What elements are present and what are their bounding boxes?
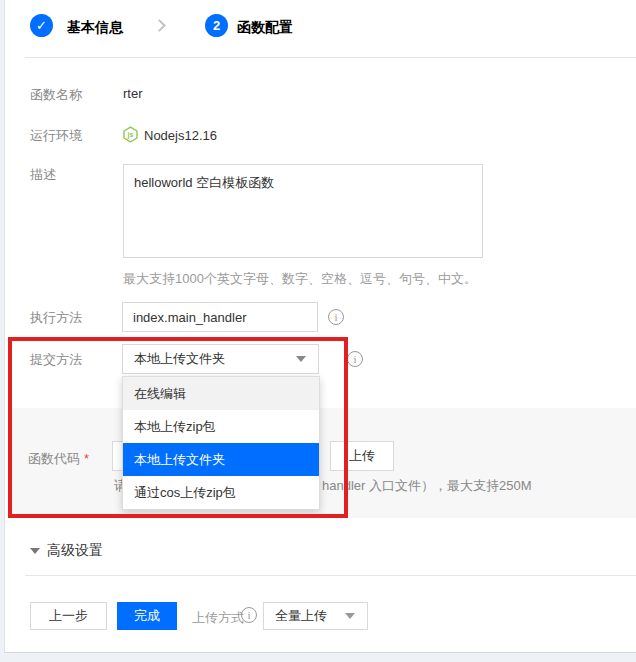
finish-button[interactable]: 完成 [117, 602, 177, 630]
dropdown-option-online-edit[interactable]: 在线编辑 [123, 377, 319, 410]
dropdown-option-local-folder[interactable]: 本地上传文件夹 [123, 443, 319, 476]
dropdown-option-local-zip[interactable]: 本地上传zip包 [123, 410, 319, 443]
page: ✓ 基本信息 2 函数配置 函数名称 rter 运行环境 js Nodejs12… [0, 0, 636, 662]
upload-mode-select[interactable]: 全量上传 [263, 602, 368, 630]
function-code-label: 函数代码* [28, 450, 89, 468]
handler-info-icon[interactable]: i [328, 309, 344, 325]
upload-button[interactable]: 上传 [330, 441, 394, 471]
handler-label: 执行方法 [30, 309, 82, 327]
step1-label[interactable]: 基本信息 [67, 19, 123, 37]
check-icon: ✓ [36, 18, 47, 33]
description-textarea[interactable]: helloworld 空白模板函数 [123, 164, 483, 258]
step1-indicator[interactable]: ✓ [30, 14, 53, 37]
submit-method-dropdown: 在线编辑 本地上传zip包 本地上传文件夹 通过cos上传zip包 [122, 376, 320, 510]
submit-method-info-icon[interactable]: i [347, 351, 363, 367]
function-name-label: 函数名称 [30, 86, 82, 104]
submit-method-value: 本地上传文件夹 [134, 350, 225, 368]
submit-method-label: 提交方法 [30, 351, 82, 369]
nodejs-icon: js [122, 126, 139, 143]
upload-mode-info-icon[interactable]: i [241, 607, 257, 623]
upload-mode-label: 上传方式 [192, 609, 244, 627]
caret-down-icon [296, 356, 306, 362]
step2-label[interactable]: 函数配置 [237, 19, 293, 37]
description-help: 最大支持1000个英文字母、数字、空格、逗号、句号、中文。 [123, 270, 477, 288]
footer-divider [25, 575, 636, 576]
function-name-value: rter [123, 86, 143, 101]
code-help-right: handler 入口文件），最大支持250M [322, 477, 532, 495]
previous-step-button[interactable]: 上一步 [30, 602, 107, 630]
description-label: 描述 [30, 166, 56, 184]
triangle-down-icon [30, 548, 40, 554]
handler-input[interactable] [122, 302, 318, 332]
step2-indicator[interactable]: 2 [205, 14, 228, 37]
advanced-settings-label: 高级设置 [47, 542, 103, 560]
caret-down-icon [345, 613, 355, 619]
header-divider [25, 57, 636, 58]
dropdown-option-cos-zip[interactable]: 通过cos上传zip包 [123, 476, 319, 509]
runtime-label: 运行环境 [30, 127, 82, 145]
required-asterisk: * [84, 451, 89, 466]
function-code-section [10, 408, 636, 518]
advanced-settings-toggle[interactable]: 高级设置 [30, 542, 103, 560]
upload-mode-value: 全量上传 [275, 607, 327, 625]
code-help-left: 请 [114, 477, 122, 495]
svg-text:js: js [127, 131, 134, 139]
step2-number: 2 [213, 18, 220, 33]
submit-method-select[interactable]: 本地上传文件夹 [122, 344, 319, 374]
runtime-value: Nodejs12.16 [144, 128, 217, 143]
